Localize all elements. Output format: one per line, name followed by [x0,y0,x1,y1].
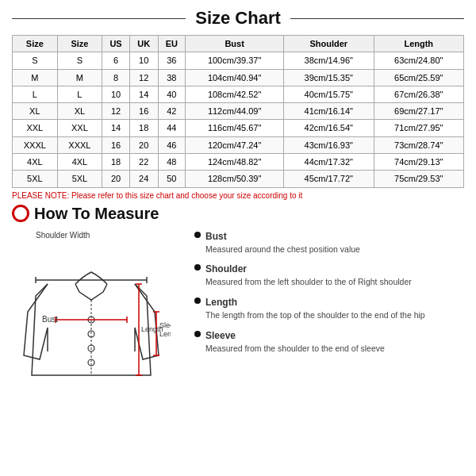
table-cell: 120cm/47.24" [186,136,284,153]
table-row: SS61036100cm/39.37"38cm/14.96"63cm/24.80… [13,52,464,69]
table-header-cell: Shoulder [284,36,374,52]
bullet-item: SleeveMeasured from the shoulder to the … [194,328,464,355]
table-cell: 16 [102,136,130,153]
table-cell: 50 [158,171,186,187]
table-cell: 44cm/17.32" [284,154,374,171]
table-cell: XXL [13,120,58,136]
bullet-dot [194,331,201,337]
bullet-list: BustMeasured around the chest position v… [194,229,464,362]
size-table: SizeSizeUSUKEUBustShoulderLength SS61036… [12,35,464,188]
table-cell: XXXL [13,136,58,153]
table-cell: 69cm/27.17" [374,103,464,120]
table-cell: 12 [102,103,130,120]
bullet-desc: The length from the top of the shoulder … [205,309,425,322]
table-cell: 18 [129,120,158,136]
table-cell: 128cm/50.39" [186,171,284,187]
circle-icon [12,205,29,222]
title-line-left [12,18,186,19]
table-cell: 8 [102,69,130,86]
table-cell: 44 [158,120,186,136]
table-cell: S [57,52,102,69]
table-cell: 22 [129,154,158,171]
jacket-illustration: Shoulder Width [12,229,186,409]
table-header-cell: EU [158,36,186,52]
bullet-desc: Measured from the shoulder to the end of… [205,343,385,355]
bullet-content: LengthThe length from the top of the sho… [205,295,425,322]
table-cell: 14 [102,120,130,136]
title-line-right [290,18,464,19]
table-header-cell: UK [129,36,158,52]
table-cell: 108cm/42.52" [186,86,284,102]
table-cell: 36 [158,52,186,69]
table-cell: L [57,86,102,102]
table-cell: 67cm/26.38" [374,86,464,102]
bullet-content: ShoulderMeasured from the left shoulder … [205,262,412,289]
table-cell: 6 [102,52,130,69]
how-to-measure-title: How To Measure [34,205,159,223]
table-cell: 20 [129,136,158,153]
table-cell: 18 [102,154,130,171]
table-cell: 40cm/15.75" [284,86,374,102]
table-cell: 4XL [13,154,58,171]
table-cell: 20 [102,171,130,187]
table-cell: 65cm/25.59" [374,69,464,86]
table-cell: 5XL [57,171,102,187]
table-cell: 63cm/24.80" [374,52,464,69]
table-body: SS61036100cm/39.37"38cm/14.96"63cm/24.80… [13,52,464,187]
table-cell: 4XL [57,154,102,171]
table-cell: M [13,69,58,86]
bullet-content: BustMeasured around the chest position v… [205,229,360,256]
table-cell: XL [13,103,58,120]
table-cell: XL [57,103,102,120]
table-cell: 38 [158,69,186,86]
table-row: XLXL121642112cm/44.09"41cm/16.14"69cm/27… [13,103,464,120]
table-cell: 43cm/16.93" [284,136,374,153]
bullet-title: Shoulder [205,262,412,276]
note-text: PLEASE NOTE: Please refer to this size c… [12,191,464,200]
table-cell: 73cm/28.74" [374,136,464,153]
table-cell: 75cm/29.53" [374,171,464,187]
table-cell: 16 [129,103,158,120]
table-cell: 12 [129,69,158,86]
table-cell: 46 [158,136,186,153]
bullet-desc: Measured from the left shoulder to the o… [205,276,412,289]
bullet-dot [194,298,201,304]
bullet-item: LengthThe length from the top of the sho… [194,295,464,322]
table-header-cell: Length [374,36,464,52]
table-cell: 71cm/27.95" [374,120,464,136]
table-head: SizeSizeUSUKEUBustShoulderLength [13,36,464,52]
table-cell: S [13,52,58,69]
table-cell: 10 [102,86,130,102]
table-header-row: SizeSizeUSUKEUBustShoulderLength [13,36,464,52]
table-cell: 74cm/29.13" [374,154,464,171]
table-cell: 39cm/15.35" [284,69,374,86]
table-cell: 14 [129,86,158,102]
bullet-content: SleeveMeasured from the shoulder to the … [205,328,385,355]
bullet-item: ShoulderMeasured from the left shoulder … [194,262,464,289]
jacket-svg: Bust Sleeve Length Length [12,240,171,407]
table-header-cell: US [102,36,130,52]
svg-text:Bust: Bust [42,315,58,324]
measure-section: Shoulder Width [12,229,464,409]
table-cell: XXXL [57,136,102,153]
svg-text:Length: Length [141,325,163,333]
table-cell: 48 [158,154,186,171]
table-cell: 112cm/44.09" [186,103,284,120]
bullet-dot [194,232,201,238]
bullet-title: Sleeve [205,328,385,343]
table-cell: 24 [129,171,158,187]
table-row: XXXLXXXL162046120cm/47.24"43cm/16.93"73c… [13,136,464,153]
table-cell: 124cm/48.82" [186,154,284,171]
how-to-measure-title-row: How To Measure [12,205,464,223]
table-row: MM81238104cm/40.94"39cm/15.35"65cm/25.59… [13,69,464,86]
table-cell: M [57,69,102,86]
bullet-title: Length [205,295,425,309]
table-cell: 45cm/17.72" [284,171,374,187]
table-cell: 100cm/39.37" [186,52,284,69]
table-cell: 42cm/16.54" [284,120,374,136]
table-row: 5XL5XL202450128cm/50.39"45cm/17.72"75cm/… [13,171,464,187]
shoulder-width-label: Shoulder Width [36,231,90,240]
table-header-cell: Size [13,36,58,52]
table-cell: L [13,86,58,102]
page-container: Size Chart SizeSizeUSUKEUBustShoulderLen… [0,0,476,417]
